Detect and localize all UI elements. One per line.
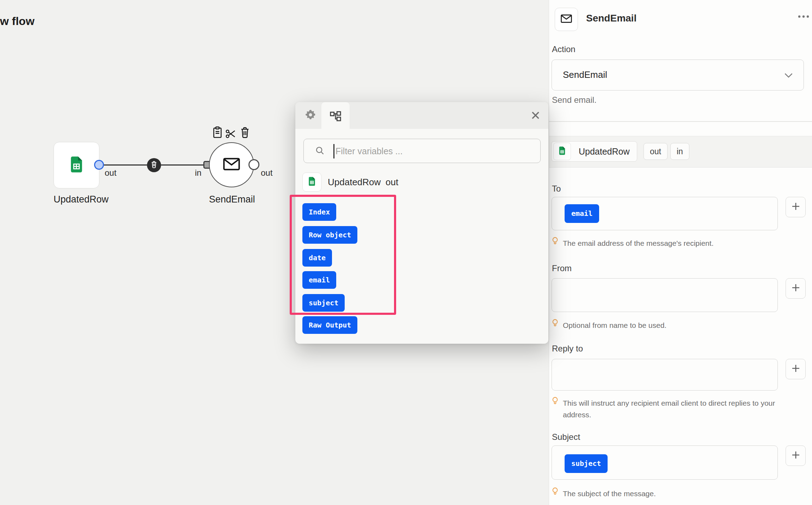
sendemail-out-port-label: out — [261, 168, 272, 178]
lightbulb-icon — [552, 237, 558, 247]
source-node-icon-box — [302, 173, 321, 192]
variable-pill-rawoutput[interactable]: Raw Output — [302, 316, 357, 334]
sendemail-out-port[interactable] — [248, 159, 259, 170]
lightbulb-icon — [552, 319, 558, 329]
field-hint-from: Optional from name to be used. — [563, 319, 666, 331]
clipboard-icon — [213, 126, 222, 140]
sheets-icon — [557, 146, 567, 157]
add-subject-button[interactable] — [786, 445, 806, 466]
gear-icon — [305, 109, 316, 122]
connected-node-band: UpdatedRow out in — [549, 136, 812, 168]
trash-icon — [151, 161, 157, 170]
field-label-subject: Subject — [552, 432, 580, 442]
search-icon — [315, 146, 325, 157]
mail-icon — [561, 14, 572, 25]
edge-segment — [104, 164, 147, 166]
divider — [549, 121, 812, 122]
source-node-port: out — [386, 173, 398, 192]
field-hint-to: The email address of the message's recip… — [563, 237, 714, 249]
sheets-icon — [307, 176, 317, 188]
field-label-replyto: Reply to — [552, 344, 583, 354]
panel-node-icon-box — [555, 8, 578, 31]
action-select-value: SendEmail — [563, 60, 607, 90]
chevron-down-icon — [784, 73, 793, 79]
port-chip-out[interactable]: out — [644, 143, 668, 160]
sheets-icon — [67, 155, 86, 175]
field-hint-replyto: This will instruct any recipient email c… — [563, 397, 783, 420]
node-updatedrow[interactable] — [54, 142, 99, 188]
add-replyto-button[interactable] — [786, 359, 806, 379]
scissors-icon — [226, 129, 236, 140]
field-hint-subject: The subject of the message. — [563, 488, 656, 499]
field-box-subject[interactable]: subject — [552, 445, 778, 480]
plus-icon — [791, 364, 800, 374]
modal-close-button[interactable] — [529, 110, 541, 122]
add-from-button[interactable] — [786, 278, 806, 299]
ellipsis-icon — [797, 13, 810, 20]
field-box-to[interactable]: email — [552, 197, 778, 230]
flow-title: w flow — [0, 15, 35, 28]
lightbulb-icon — [552, 397, 558, 407]
sendemail-in-port-label: in — [195, 168, 202, 178]
variable-pill-date[interactable]: date — [302, 249, 332, 267]
trash-icon — [240, 126, 250, 140]
variable-pill-index[interactable]: Index — [302, 203, 336, 221]
connected-node-chip-label: UpdatedRow — [579, 146, 630, 157]
edge-segment — [161, 164, 204, 166]
cut-button[interactable] — [226, 128, 236, 141]
variables-modal: UpdatedRow out Index Row object date ema… — [295, 102, 548, 344]
close-icon — [531, 111, 540, 121]
variable-pill-email[interactable]: email — [302, 271, 336, 289]
field-box-from[interactable] — [552, 278, 778, 312]
lightbulb-icon — [552, 487, 558, 497]
node-sendemail-label: SendEmail — [209, 194, 254, 205]
text-caret — [333, 144, 334, 158]
delete-node-button[interactable] — [240, 127, 250, 139]
tab-variables[interactable] — [321, 102, 350, 130]
field-label-to: To — [552, 184, 561, 194]
panel-menu-button[interactable] — [796, 11, 811, 23]
connected-node-chip-icon-box — [553, 143, 571, 160]
variable-chip-subject[interactable]: subject — [565, 454, 608, 473]
updatedrow-out-port[interactable] — [94, 160, 104, 170]
variable-search-input[interactable] — [335, 141, 534, 162]
field-label-from: From — [552, 263, 572, 273]
action-label: Action — [552, 44, 576, 54]
node-updatedrow-label: UpdatedRow — [54, 194, 99, 205]
tab-settings[interactable] — [300, 102, 321, 129]
add-to-button[interactable] — [786, 197, 806, 217]
config-panel: SendEmail Action SendEmail Send email. — [549, 0, 812, 505]
variable-search[interactable] — [303, 139, 541, 163]
hierarchy-icon — [330, 110, 342, 124]
panel-title: SendEmail — [586, 13, 636, 24]
action-select[interactable]: SendEmail — [552, 60, 804, 91]
node-sendemail[interactable] — [209, 142, 254, 187]
plus-icon — [791, 202, 800, 212]
copy-button[interactable] — [212, 127, 223, 139]
connected-node-chip[interactable]: UpdatedRow — [551, 141, 637, 162]
action-description: Send email. — [552, 95, 597, 105]
variable-chip-email[interactable]: email — [565, 204, 599, 223]
updatedrow-out-port-label: out — [105, 168, 116, 178]
source-node-name: UpdatedRow — [328, 173, 381, 192]
app-root: w flow UpdatedRow out in — [0, 0, 812, 505]
edge-delete-button[interactable] — [147, 158, 161, 172]
variable-pill-rowobject[interactable]: Row object — [302, 226, 357, 244]
variable-pill-subject[interactable]: subject — [302, 294, 345, 312]
plus-icon — [791, 450, 800, 461]
field-box-replyto[interactable] — [552, 359, 778, 391]
mail-icon — [223, 158, 240, 172]
port-chip-in[interactable]: in — [670, 143, 689, 160]
plus-icon — [791, 283, 800, 294]
